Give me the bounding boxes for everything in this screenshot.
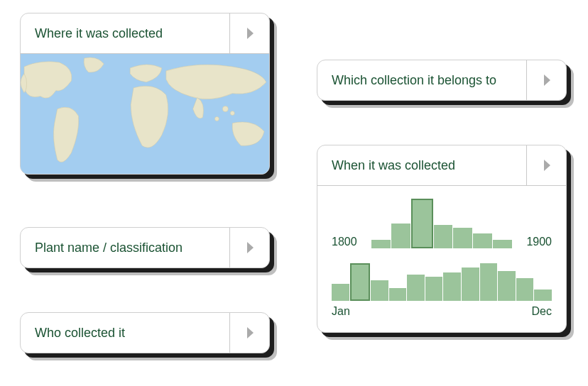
- histogram-bar[interactable]: [493, 240, 512, 248]
- chevron-right-icon: [246, 327, 254, 338]
- year-histogram[interactable]: [371, 199, 512, 248]
- year-histogram-row: 1800 1900: [332, 199, 552, 248]
- card-header: Where it was collected: [21, 13, 269, 53]
- card-header: Who collected it: [21, 313, 269, 353]
- card-title: Who collected it: [21, 313, 229, 353]
- card-header: When it was collected: [317, 145, 566, 185]
- world-map-svg: [21, 54, 269, 174]
- histogram-bar[interactable]: [462, 268, 479, 301]
- card-plant-classification[interactable]: Plant name / classification: [20, 227, 270, 268]
- when-body: 1800 1900 Jan Dec: [317, 185, 566, 332]
- histogram-bar[interactable]: [411, 199, 433, 248]
- chevron-right-icon: [246, 242, 254, 253]
- card-header: Which collection it belongs to: [317, 60, 566, 100]
- expand-button[interactable]: [229, 313, 269, 353]
- card-title: Which collection it belongs to: [317, 60, 526, 100]
- chevron-right-icon: [246, 28, 254, 39]
- histogram-bar[interactable]: [425, 277, 443, 301]
- histogram-bar[interactable]: [473, 233, 492, 248]
- svg-point-1: [222, 106, 228, 112]
- expand-button[interactable]: [526, 145, 566, 185]
- histogram-bar[interactable]: [407, 275, 425, 301]
- histogram-bar[interactable]: [350, 263, 371, 301]
- histogram-bar[interactable]: [371, 280, 388, 301]
- card-title: Plant name / classification: [21, 228, 229, 268]
- card-which-collection[interactable]: Which collection it belongs to: [317, 60, 567, 101]
- world-map[interactable]: [21, 53, 269, 174]
- histogram-bar[interactable]: [434, 225, 453, 248]
- histogram-bar[interactable]: [498, 271, 516, 301]
- histogram-bar[interactable]: [516, 278, 534, 301]
- year-axis-left: 1800: [332, 236, 364, 248]
- card-title: When it was collected: [317, 145, 526, 185]
- month-axis-left: Jan: [332, 305, 350, 318]
- histogram-bar[interactable]: [332, 284, 349, 301]
- histogram-bar[interactable]: [371, 240, 391, 248]
- month-histogram[interactable]: [332, 260, 552, 301]
- month-axis-right: Dec: [532, 305, 552, 318]
- expand-button[interactable]: [229, 13, 269, 53]
- month-axis-labels: Jan Dec: [332, 305, 552, 318]
- svg-point-3: [214, 116, 219, 121]
- histogram-bar[interactable]: [534, 290, 552, 301]
- histogram-bar[interactable]: [453, 228, 472, 248]
- month-histogram-row: Jan Dec: [332, 260, 552, 318]
- card-header: Plant name / classification: [21, 228, 269, 268]
- chevron-right-icon: [543, 160, 551, 171]
- expand-button[interactable]: [229, 228, 269, 268]
- year-axis-right: 1900: [519, 236, 552, 248]
- svg-point-2: [230, 111, 234, 116]
- expand-button[interactable]: [526, 60, 566, 100]
- card-when-collected[interactable]: When it was collected 1800 1900 Jan Dec: [317, 145, 567, 333]
- card-where-collected[interactable]: Where it was collected: [20, 13, 270, 175]
- card-title: Where it was collected: [21, 13, 229, 53]
- chevron-right-icon: [543, 75, 551, 86]
- card-who-collected[interactable]: Who collected it: [20, 312, 270, 353]
- histogram-bar[interactable]: [389, 288, 407, 301]
- histogram-bar[interactable]: [480, 263, 498, 301]
- histogram-bar[interactable]: [391, 224, 410, 248]
- histogram-bar[interactable]: [443, 272, 461, 301]
